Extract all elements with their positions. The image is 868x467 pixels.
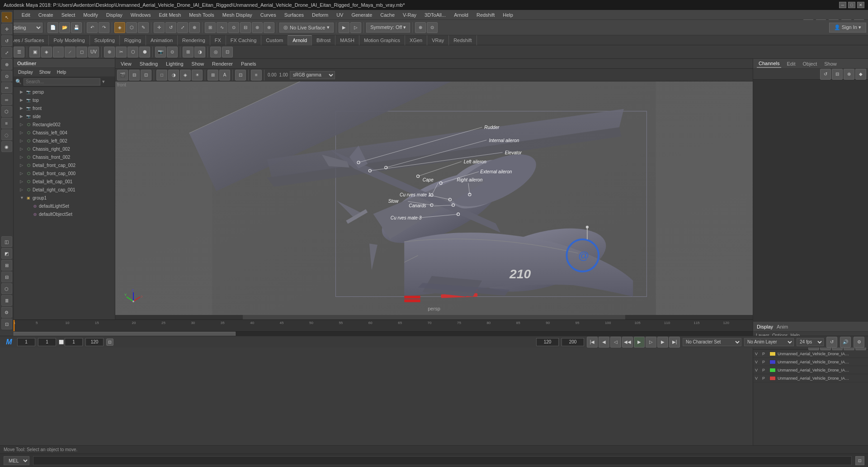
connection-editor-btn[interactable]: ⬡ — [1, 283, 12, 294]
select-mode-btn[interactable]: ◈ — [114, 22, 125, 33]
vp-res-gate-btn[interactable]: ⊡ — [235, 70, 246, 81]
sculpt-btn[interactable]: ◌ — [1, 129, 12, 140]
vp-grid-btn[interactable]: ⊞ — [208, 70, 218, 81]
menu-select[interactable]: Select — [58, 11, 79, 19]
play-backward-btn[interactable]: ◀◀ — [622, 337, 633, 348]
extrude-btn[interactable]: ⬡ — [127, 47, 138, 57]
xray-btn[interactable]: ◎ — [210, 47, 221, 57]
soft-select-btn[interactable]: ⊕ — [104, 47, 115, 57]
channels-tab[interactable]: Channels — [757, 60, 781, 68]
command-line[interactable] — [33, 456, 852, 465]
outliner-item-chassis-front002[interactable]: ▷ ⬡ Chassis_front_002 — [14, 153, 115, 161]
edit-tab[interactable]: Edit — [785, 60, 797, 67]
vp-aa-btn[interactable]: A — [219, 70, 230, 81]
move-tool-btn[interactable]: ✛ — [1, 24, 12, 34]
select-object-btn[interactable]: ▣ — [29, 47, 40, 57]
select-face-btn[interactable]: ◻ — [76, 47, 87, 57]
snap-grid-btn[interactable]: ⊞ — [205, 22, 216, 33]
outliner-item-detail-front-cap002[interactable]: ▷ ⬡ Detail_front_cap_002 — [14, 161, 115, 169]
lasso-btn[interactable]: ⬡ — [126, 22, 137, 33]
outliner-item-front[interactable]: ▶ 📷 front — [14, 104, 115, 112]
soft-mod-btn[interactable]: ⊙ — [1, 71, 12, 81]
menu-display[interactable]: Display — [103, 11, 126, 19]
select-component-btn[interactable]: ◈ — [41, 47, 52, 57]
outliner-search-input[interactable] — [24, 78, 100, 86]
menu-vray[interactable]: V-Ray — [399, 11, 420, 19]
light-vis-btn[interactable]: ⊙ — [427, 22, 438, 33]
show-tab[interactable]: Show — [822, 60, 839, 67]
save-file-btn[interactable]: 💾 — [71, 22, 82, 33]
menu-mesh-display[interactable]: Mesh Display — [219, 11, 256, 19]
tab-sculpting[interactable]: Sculpting — [90, 35, 120, 45]
outliner-item-group1[interactable]: ▼ ▣ group1 — [14, 194, 115, 202]
ch-refresh-btn[interactable]: ↺ — [820, 69, 831, 80]
symmetry-button[interactable]: Symmetry: Off ▾ — [366, 23, 410, 33]
tab-motion-graphics[interactable]: Motion Graphics — [359, 35, 405, 45]
attr-editor-btn[interactable]: ≣ — [1, 295, 12, 306]
close-button[interactable]: ✕ — [857, 2, 864, 8]
node-editor-btn[interactable]: ⊟ — [1, 272, 12, 282]
outliner-item-chassis-right002[interactable]: ▷ ⬡ Chassis_right_002 — [14, 145, 115, 153]
outliner-menu-display[interactable]: Display — [15, 69, 36, 76]
vp-menu-panels[interactable]: Panels — [237, 60, 260, 67]
tab-rendering[interactable]: Rendering — [178, 35, 210, 45]
sign-in-button[interactable]: 👤 Sign In ▾ — [829, 23, 866, 33]
select-tool-btn[interactable]: ↖ — [1, 12, 12, 23]
tab-animation[interactable]: Animation — [146, 35, 178, 45]
redo-btn[interactable]: ↷ — [99, 22, 109, 33]
panel-toggle-btn[interactable]: ☰ — [14, 47, 24, 57]
menu-help[interactable]: Help — [499, 11, 517, 19]
outliner-menu-show[interactable]: Show — [37, 69, 53, 76]
tab-mash[interactable]: MASH — [335, 35, 359, 45]
scale-tool-btn[interactable]: ⤢ — [1, 47, 12, 58]
menu-mesh-tools[interactable]: Mesh Tools — [185, 11, 217, 19]
prev-key-btn[interactable]: ◁ — [610, 337, 621, 348]
outliner-item-rect002[interactable]: ▷ ⬡ Rectangle002 — [14, 120, 115, 129]
menu-arnold[interactable]: Arnold — [450, 11, 472, 19]
stereo-btn[interactable]: ⊙ — [167, 47, 178, 57]
playback-settings-btn[interactable]: ⚙ — [854, 337, 864, 348]
isolate-btn[interactable]: ⊡ — [222, 47, 233, 57]
menu-3dtoall[interactable]: 3DToAll... — [421, 11, 449, 19]
next-frame-btn[interactable]: ▶ — [657, 337, 668, 348]
snap-surface-btn[interactable]: ⊟ — [240, 22, 251, 33]
display-tab[interactable]: Display — [757, 324, 773, 329]
go-end-btn[interactable]: ▶| — [669, 337, 680, 348]
new-file-btn[interactable]: 📄 — [47, 22, 58, 33]
layer-item-4[interactable]: V P Unmanned_Aerial_Vehicle_Drone_IAI_Ei… — [753, 374, 868, 382]
anim-layer-dropdown[interactable]: No Anim Layer — [744, 338, 794, 346]
tab-arnold[interactable]: Arnold — [288, 35, 312, 45]
play-forward-btn[interactable]: ▶ — [634, 337, 645, 348]
tab-bifrost[interactable]: Bifrost — [312, 35, 335, 45]
view-render-btn[interactable]: ◩ — [1, 248, 12, 259]
anim-tab[interactable]: Anim — [777, 324, 788, 329]
shaded-btn[interactable]: ◑ — [194, 47, 205, 57]
vp-menu-show[interactable]: Show — [188, 60, 208, 67]
window-controls[interactable]: ─ □ ✕ — [839, 2, 864, 8]
tab-vray[interactable]: VRay — [427, 35, 449, 45]
character-set-dropdown[interactable]: No Character Set — [683, 338, 741, 346]
layer-item-2[interactable]: V P Unmanned_Aerial_Vehicle_Drone_IAI_Ei… — [753, 358, 868, 366]
tab-rigging[interactable]: Rigging — [120, 35, 146, 45]
snap-curve-btn[interactable]: ∿ — [217, 22, 227, 33]
timeline-playhead[interactable] — [14, 320, 14, 331]
menu-edit[interactable]: Edit — [18, 11, 34, 19]
snap-point-btn[interactable]: ⊙ — [228, 22, 239, 33]
ch-add-btn[interactable]: ⊕ — [844, 69, 854, 80]
outliner-item-default-object-set[interactable]: ◎ defaultObjectSet — [14, 210, 115, 218]
layer-item-3[interactable]: V P Unmanned_Aerial_Vehicle_Drone_IAI_Ei… — [753, 366, 868, 374]
anim-end-input[interactable] — [561, 338, 584, 346]
render-region-btn[interactable]: ◫ — [1, 236, 12, 247]
render-preview-btn[interactable]: ▶ — [339, 22, 349, 33]
tab-redshift[interactable]: Redshift — [449, 35, 476, 45]
minimize-button[interactable]: ─ — [839, 2, 846, 8]
vp-color-space-dropdown[interactable]: sRGB gamma — [290, 71, 335, 79]
outliner-item-side[interactable]: ▶ 📷 side — [14, 112, 115, 120]
vp-textured-btn[interactable]: ◈ — [180, 70, 191, 81]
timeline-ruler[interactable]: 1 5 10 15 20 25 30 35 40 45 50 55 60 65 … — [14, 320, 753, 331]
vp-light-btn[interactable]: ☀ — [192, 70, 203, 81]
scale-btn[interactable]: ⤢ — [177, 22, 188, 33]
search-dropdown-arrow[interactable]: ▾ — [102, 79, 105, 85]
channel-box-btn[interactable]: ⊡ — [1, 319, 12, 329]
script-editor-btn[interactable]: ⊡ — [855, 456, 864, 465]
